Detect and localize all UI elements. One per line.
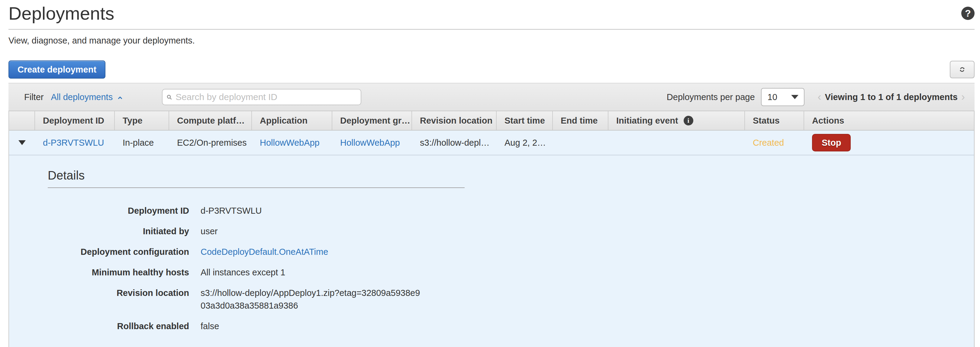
deployment-configuration-link[interactable]: CodeDeployDefault.OneAtATime bbox=[200, 245, 328, 258]
cell-initiating-event bbox=[608, 131, 745, 155]
cell-application: HollowWebApp bbox=[252, 131, 332, 155]
chevron-down-icon bbox=[791, 95, 799, 99]
status-badge: Created bbox=[753, 138, 784, 148]
field-initiated-by: Initiated by user bbox=[48, 225, 974, 237]
paging-text: Viewing 1 to 1 of 1 deployments bbox=[825, 92, 958, 102]
field-label: Deployment ID bbox=[48, 204, 189, 217]
row-expander-cell bbox=[9, 131, 35, 155]
field-value: d-P3RVTSWLU bbox=[200, 204, 262, 217]
deployment-group-link[interactable]: HollowWebApp bbox=[340, 138, 400, 148]
field-deployment-configuration: Deployment configuration CodeDeployDefau… bbox=[48, 245, 974, 258]
field-label: Revision location bbox=[48, 287, 189, 312]
cell-compute-platform: EC2/On-premises bbox=[169, 131, 252, 155]
create-deployment-button[interactable]: Create deployment bbox=[8, 60, 105, 79]
page-header: Deployments ? bbox=[8, 4, 975, 30]
details-heading: Details bbox=[48, 168, 974, 183]
per-page-value: 10 bbox=[768, 92, 777, 102]
stop-button[interactable]: Stop bbox=[812, 134, 851, 151]
header-start-time: Start time bbox=[496, 111, 553, 130]
filter-value: All deployments bbox=[51, 92, 113, 102]
header-type: Type bbox=[115, 111, 169, 130]
header-deployment-id: Deployment ID bbox=[35, 111, 115, 130]
table-header-row: Deployment ID Type Compute platf… Applic… bbox=[9, 111, 974, 131]
collapse-row-icon[interactable] bbox=[18, 140, 25, 145]
field-deployment-id: Deployment ID d-P3RVTSWLU bbox=[48, 204, 974, 217]
cell-revision-location: s3://hollow-depl… bbox=[412, 131, 496, 155]
field-value: All instances except 1 bbox=[200, 266, 285, 279]
details-fields: Deployment ID d-P3RVTSWLU Initiated by u… bbox=[48, 204, 974, 333]
refresh-button[interactable] bbox=[950, 61, 975, 78]
per-page-select[interactable]: 10 bbox=[761, 88, 805, 106]
pagination: ‹ Viewing 1 to 1 of 1 deployments › bbox=[818, 92, 965, 102]
details-divider bbox=[48, 188, 465, 188]
table-row: d-P3RVTSWLU In-place EC2/On-premises Hol… bbox=[9, 131, 974, 155]
cell-deployment-group: HollowWebApp bbox=[332, 131, 412, 155]
cell-actions: Stop bbox=[804, 131, 974, 155]
deployments-page: Deployments ? View, diagnose, and manage… bbox=[0, 0, 980, 347]
info-icon[interactable]: i bbox=[684, 116, 693, 126]
header-application: Application bbox=[252, 111, 332, 130]
field-value: user bbox=[200, 225, 218, 237]
header-actions: Actions bbox=[804, 111, 974, 130]
application-link[interactable]: HollowWebApp bbox=[260, 138, 320, 148]
filter-label: Filter bbox=[24, 92, 43, 102]
refresh-icon bbox=[959, 67, 965, 73]
chevron-up-icon bbox=[118, 96, 122, 99]
filter-bar: Filter All deployments Deployments per p… bbox=[8, 83, 975, 111]
filter-bar-right: Deployments per page 10 ‹ Viewing 1 to 1… bbox=[667, 88, 965, 106]
field-value: false bbox=[200, 320, 219, 333]
next-page-icon[interactable]: › bbox=[961, 92, 965, 102]
header-revision-location: Revision location bbox=[412, 111, 496, 130]
per-page-label: Deployments per page bbox=[667, 92, 755, 102]
field-label: Deployment configuration bbox=[48, 245, 189, 258]
details-panel: Details Deployment ID d-P3RVTSWLU Initia… bbox=[9, 155, 974, 347]
search-input[interactable] bbox=[175, 92, 361, 102]
filter-dropdown[interactable]: All deployments bbox=[51, 92, 122, 102]
cell-deployment-id: d-P3RVTSWLU bbox=[35, 131, 115, 155]
page-title: Deployments bbox=[8, 4, 114, 24]
header-end-time: End time bbox=[553, 111, 608, 130]
header-deployment-group: Deployment gr… bbox=[332, 111, 412, 130]
toolbar: Create deployment bbox=[8, 60, 975, 79]
field-rollback-enabled: Rollback enabled false bbox=[48, 320, 974, 333]
cell-status: Created bbox=[745, 131, 804, 155]
deployment-id-link[interactable]: d-P3RVTSWLU bbox=[43, 138, 104, 148]
header-initiating-event: Initiating event i bbox=[608, 111, 745, 130]
field-label: Initiated by bbox=[48, 225, 189, 237]
cell-end-time bbox=[553, 131, 608, 155]
help-icon[interactable]: ? bbox=[961, 6, 975, 20]
help-glyph: ? bbox=[965, 8, 971, 19]
field-revision-location: Revision location s3://hollow-deploy/App… bbox=[48, 287, 974, 312]
field-value: s3://hollow-deploy/AppDeploy1.zip?etag=3… bbox=[200, 287, 423, 312]
cell-type: In-place bbox=[115, 131, 169, 155]
search-box bbox=[162, 89, 361, 105]
search-icon bbox=[167, 95, 172, 100]
header-initiating-event-label: Initiating event bbox=[616, 116, 678, 126]
deployments-table: Deployment ID Type Compute platf… Applic… bbox=[8, 111, 975, 347]
header-status: Status bbox=[745, 111, 804, 130]
cell-start-time: Aug 2, 2… bbox=[496, 131, 553, 155]
page-subtitle: View, diagnose, and manage your deployme… bbox=[8, 35, 975, 46]
info-glyph: i bbox=[687, 117, 689, 124]
prev-page-icon[interactable]: ‹ bbox=[818, 92, 821, 102]
header-expander bbox=[9, 111, 35, 130]
field-label: Rollback enabled bbox=[48, 320, 189, 333]
field-label: Minimum healthy hosts bbox=[48, 266, 189, 279]
header-compute-platform: Compute platf… bbox=[169, 111, 252, 130]
field-minimum-healthy-hosts: Minimum healthy hosts All instances exce… bbox=[48, 266, 974, 279]
